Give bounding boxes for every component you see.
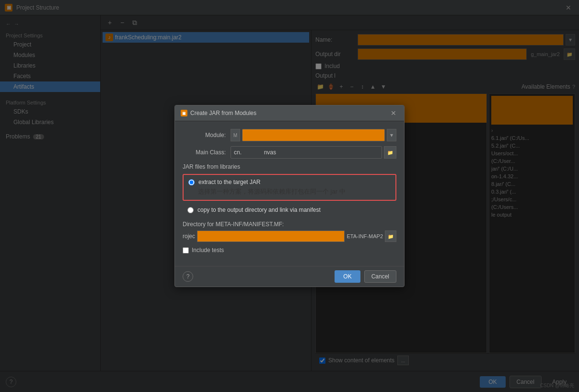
extract-radio[interactable] — [188, 179, 195, 185]
copy-option-box: copy to the output directory and link vi… — [183, 204, 396, 218]
copy-radio-label: copy to the output directory and link vi… — [197, 207, 321, 213]
module-icon-symbol: M — [233, 133, 237, 138]
modal-footer-right: OK Cancel — [335, 270, 396, 283]
main-class-label: Main Class: — [183, 149, 226, 156]
copy-radio-row: copy to the output directory and link vi… — [187, 207, 392, 213]
modal-body: Module: M ▾ Main Class: 📁 JAR files — [175, 121, 404, 266]
extract-radio-row: extract to the target JAR — [188, 179, 391, 185]
copy-radio[interactable] — [187, 207, 194, 213]
manifest-input-row: rojec ETA-INF-MAP2 📁 — [183, 231, 396, 242]
main-class-row: Main Class: 📁 — [183, 146, 396, 159]
modal-help-button[interactable]: ? — [183, 271, 193, 282]
module-icon: M — [231, 129, 240, 141]
jar-files-section-title: JAR files from libraries — [183, 163, 396, 170]
main-class-input[interactable] — [231, 146, 382, 159]
manifest-section-title: Directory for META-INF/MANIFEST.MF: — [183, 221, 396, 228]
extract-option-box: extract to the target JAR 选择第一种方案，将源码和依赖… — [183, 174, 396, 201]
modal-title: Create JAR from Modules — [190, 110, 256, 116]
module-dropdown-button[interactable]: ▾ — [387, 129, 396, 141]
annotation-text: 选择第一种方案，将源码和依赖库打包在同一个 jar 中 — [188, 187, 391, 196]
extract-radio-label: extract to the target JAR — [198, 179, 260, 185]
modal-footer: ? OK Cancel — [175, 266, 404, 287]
include-tests-checkbox[interactable] — [183, 247, 189, 254]
modal-title-bar: ▣ Create JAR from Modules ✕ — [175, 105, 404, 121]
module-label: Module: — [183, 132, 226, 138]
modal-title-left: ▣ Create JAR from Modules — [181, 110, 256, 116]
modal-icon: ▣ — [181, 110, 187, 116]
module-row: Module: M ▾ — [183, 129, 396, 141]
manifest-suffix: ETA-INF-MAP2 — [347, 233, 383, 239]
modal-overlay: ▣ Create JAR from Modules ✕ Module: M ▾ — [0, 0, 579, 392]
manifest-input[interactable] — [197, 231, 345, 242]
main-class-browse-button[interactable]: 📁 — [384, 146, 396, 159]
create-jar-modal: ▣ Create JAR from Modules ✕ Module: M ▾ — [174, 105, 405, 287]
modal-cancel-button[interactable]: Cancel — [364, 270, 396, 283]
modal-close-button[interactable]: ✕ — [389, 109, 398, 117]
include-tests-label: Include tests — [192, 247, 224, 254]
module-input[interactable] — [242, 129, 385, 141]
module-input-group: M ▾ — [231, 129, 396, 141]
browse-icon: 📁 — [388, 234, 394, 239]
modal-ok-button[interactable]: OK — [335, 270, 360, 283]
main-class-input-group: 📁 — [231, 146, 396, 159]
manifest-browse-button[interactable]: 📁 — [385, 231, 396, 242]
manifest-prefix: rojec — [183, 233, 195, 240]
include-tests-row: Include tests — [183, 247, 396, 254]
